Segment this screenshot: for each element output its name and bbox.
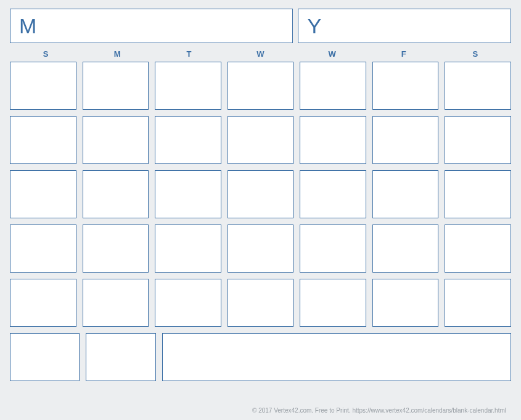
day-cell[interactable] xyxy=(372,224,439,273)
month-field[interactable]: M xyxy=(10,9,293,43)
day-cell[interactable] xyxy=(445,224,511,273)
weekday-label: W xyxy=(297,49,368,59)
day-cell[interactable] xyxy=(10,279,76,327)
day-cell[interactable] xyxy=(155,224,221,273)
year-field[interactable]: Y xyxy=(298,9,511,43)
day-cell[interactable] xyxy=(228,224,294,273)
day-cell[interactable] xyxy=(372,62,439,110)
day-cell[interactable] xyxy=(83,170,149,218)
day-cell[interactable] xyxy=(445,170,511,218)
footer-text: © 2017 Vertex42.com. Free to Print. http… xyxy=(252,407,506,414)
weekday-label: S xyxy=(440,49,511,59)
day-cell[interactable] xyxy=(155,62,221,110)
weekday-label: T xyxy=(153,49,224,59)
day-cell[interactable] xyxy=(300,170,366,218)
weekday-label: F xyxy=(368,49,440,59)
weekday-label: M xyxy=(81,49,153,59)
day-cell[interactable] xyxy=(155,279,221,327)
header-row: M Y xyxy=(10,9,511,43)
day-cell[interactable] xyxy=(445,279,511,327)
day-cell[interactable] xyxy=(300,224,366,273)
weekday-label: S xyxy=(10,49,81,59)
week-row xyxy=(10,116,511,164)
day-cell[interactable] xyxy=(300,116,366,164)
day-cell[interactable] xyxy=(83,62,149,110)
day-cell[interactable] xyxy=(372,279,439,327)
day-cell[interactable] xyxy=(10,333,80,381)
week-row xyxy=(10,62,511,110)
day-cell[interactable] xyxy=(10,170,76,218)
weekday-label: W xyxy=(224,49,296,59)
weekday-row: S M T W W F S xyxy=(10,47,511,60)
day-cell[interactable] xyxy=(155,116,221,164)
week-row xyxy=(10,279,511,327)
day-cell[interactable] xyxy=(228,116,294,164)
day-cell[interactable] xyxy=(83,279,149,327)
day-cell[interactable] xyxy=(228,62,294,110)
week-row xyxy=(10,224,511,273)
week-row xyxy=(10,170,511,218)
day-cell[interactable] xyxy=(372,170,439,218)
calendar-page: M Y S M T W W F S xyxy=(0,0,521,420)
day-cell[interactable] xyxy=(10,224,76,273)
calendar-grid xyxy=(10,62,511,381)
notes-cell[interactable] xyxy=(162,333,511,381)
day-cell[interactable] xyxy=(10,116,76,164)
day-cell[interactable] xyxy=(83,224,149,273)
day-cell[interactable] xyxy=(300,279,366,327)
day-cell[interactable] xyxy=(155,170,221,218)
day-cell[interactable] xyxy=(86,333,155,381)
day-cell[interactable] xyxy=(228,170,294,218)
day-cell[interactable] xyxy=(228,279,294,327)
day-cell[interactable] xyxy=(300,62,366,110)
day-cell[interactable] xyxy=(445,62,511,110)
week-row-last xyxy=(10,333,511,381)
day-cell[interactable] xyxy=(445,116,511,164)
day-cell[interactable] xyxy=(10,62,76,110)
day-cell[interactable] xyxy=(372,116,439,164)
day-cell[interactable] xyxy=(83,116,149,164)
